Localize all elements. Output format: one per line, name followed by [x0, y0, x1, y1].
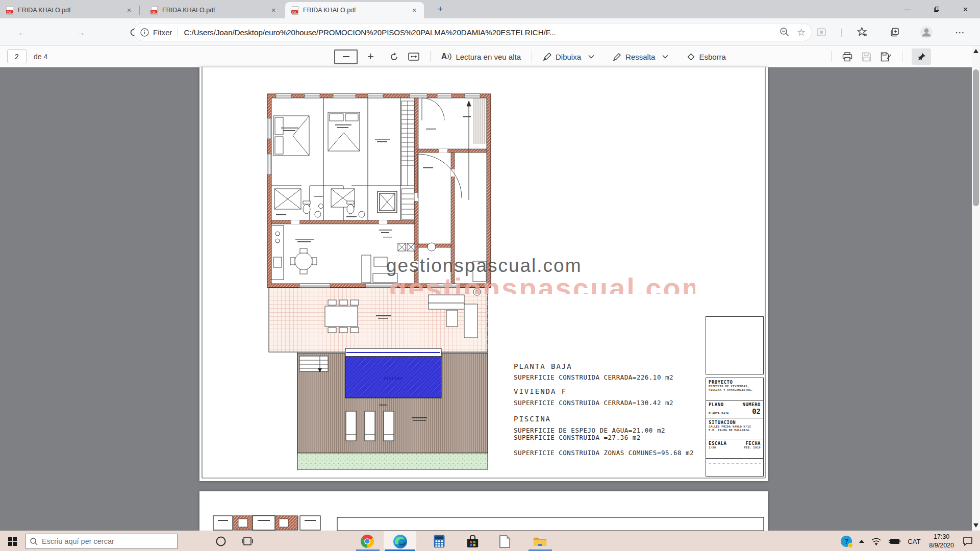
next-page-wall-segments [213, 516, 764, 531]
situacion-value: T.M. PALMA DE MALLORCA. [709, 429, 761, 432]
minus-icon [343, 56, 349, 57]
plano-value: PLANTA BAJA [709, 412, 729, 415]
tray-help-button[interactable]: ? [837, 531, 856, 551]
microsoft-store-icon [466, 535, 479, 548]
tray-battery-button[interactable] [885, 531, 904, 551]
printer-icon [842, 52, 852, 62]
title-block-logo-box [706, 316, 764, 374]
grass-strip [297, 453, 488, 469]
favorite-star-icon[interactable]: ☆ [797, 27, 806, 38]
restore-icon [934, 7, 939, 12]
numero-label: NUMERO [742, 402, 761, 407]
taskbar-calculator-button[interactable] [424, 531, 454, 551]
proyecto-value: PISCINA Y APARCAMIENTOS. [709, 388, 761, 392]
wifi-icon [871, 538, 881, 545]
taskbar-search[interactable] [26, 534, 178, 549]
erase-button[interactable]: Esborra [682, 49, 731, 64]
page-number-input[interactable] [7, 49, 27, 63]
tab-2[interactable]: PDF FRIDA KHALO.pdf ✕ [144, 2, 283, 18]
new-tab-button[interactable]: + [434, 4, 447, 15]
minimize-button[interactable]: — [893, 0, 922, 18]
taskbar-chrome-button[interactable] [352, 531, 383, 551]
url-bar[interactable]: Fitxer C:/Users/Joan/Desktop/euro%20hous… [134, 23, 812, 41]
back-icon[interactable]: ← [14, 24, 31, 40]
print-button[interactable] [838, 49, 857, 64]
save-icon [862, 52, 871, 62]
vertical-scrollbar[interactable] [972, 46, 980, 531]
scroll-up-icon[interactable] [973, 49, 978, 53]
pool-label: PISCINA [384, 377, 403, 381]
annotation-line: SUPERFICIE CONSTRUIDA =27.36 m2 [514, 434, 641, 441]
chevron-down-icon[interactable] [588, 55, 594, 59]
pdf-viewport[interactable]: PISCINA g [0, 67, 972, 531]
pdf-toolbar: de 4 + A Lectura en veu alta Dibuixa [0, 46, 972, 67]
pin-toolbar-button[interactable] [912, 48, 931, 65]
pen-icon [543, 52, 552, 61]
plano-label: PLANO [709, 402, 724, 407]
zoom-in-button[interactable]: + [363, 49, 379, 64]
save-as-button[interactable] [876, 49, 896, 64]
settings-menu-icon[interactable]: ⋯ [953, 25, 967, 39]
task-view-button[interactable] [236, 531, 259, 551]
task-view-icon [242, 536, 253, 547]
forward-icon[interactable]: → [72, 24, 89, 40]
title-block-footer-dashes [709, 460, 761, 465]
language-indicator[interactable]: CAT [904, 531, 924, 551]
sidebar-icon[interactable] [814, 25, 828, 39]
taskbar-store-button[interactable] [458, 531, 487, 551]
system-tray: ? CAT 17:30 8/9/2020 [837, 531, 980, 551]
rotate-button[interactable] [385, 49, 404, 64]
search-input[interactable] [42, 537, 164, 545]
erase-label: Esborra [699, 53, 726, 61]
annotation-piscina-title: PISCINA [514, 415, 551, 423]
proyecto-label: PROYECTO [709, 380, 761, 385]
taskbar-file-explorer-button[interactable] [524, 531, 556, 551]
tab-close-icon[interactable]: ✕ [124, 6, 134, 15]
annotation-line: SUPERFICIE CONSTRUIDA CERRADA=130.42 m2 [514, 399, 673, 407]
fecha-value: FEB. 2019 [744, 446, 761, 449]
screen: PDF FRIDA KHALO.pdf ✕ PDF FRIDA KHALO.pd… [0, 0, 980, 551]
title-block: PROYECTO EDIFICIO DE VIVIENDAS, PISCINA … [706, 315, 766, 478]
draw-button[interactable]: Dibuixa [538, 49, 599, 64]
tab-1[interactable]: PDF FRIDA KHALO.pdf ✕ [0, 2, 139, 18]
next-page-plan-svg [199, 491, 768, 531]
tab-3-active[interactable]: PDF FRIDA KHALO.pdf ✕ [285, 2, 424, 18]
favorites-bar-icon[interactable] [855, 25, 869, 39]
tab-title: FRIDA KHALO.pdf [162, 7, 269, 14]
save-button[interactable] [857, 49, 876, 64]
read-aloud-button[interactable]: A Lectura en veu alta [437, 49, 525, 64]
start-button[interactable] [0, 531, 24, 551]
taskbar-clock[interactable]: 17:30 8/9/2020 [924, 533, 959, 550]
tab-close-icon[interactable]: ✕ [269, 6, 278, 15]
info-icon[interactable] [140, 28, 149, 37]
highlighter-icon [613, 52, 622, 61]
taskbar-edge-button[interactable] [384, 531, 416, 551]
tab-close-icon[interactable]: ✕ [410, 6, 419, 15]
action-center-button[interactable] [959, 531, 980, 551]
eraser-icon [687, 53, 695, 61]
taskbar-libreoffice-button[interactable] [490, 531, 519, 551]
tray-wifi-button[interactable] [868, 531, 885, 551]
clock-date: 8/9/2020 [929, 541, 954, 550]
read-aloud-label: Lectura en veu alta [456, 53, 521, 61]
scroll-down-icon[interactable] [973, 523, 978, 528]
pdf-page-2: PISCINA g [199, 67, 768, 481]
title-block-table: PROYECTO EDIFICIO DE VIVIENDAS, PISCINA … [706, 378, 764, 477]
profile-avatar[interactable] [919, 25, 934, 39]
chevron-down-icon[interactable] [662, 55, 668, 59]
taskbar: ? CAT 17:30 8/9/2020 [0, 531, 980, 551]
tray-expand-button[interactable] [856, 531, 868, 551]
highlight-button[interactable]: Ressalta [608, 49, 673, 64]
fit-page-button[interactable] [404, 49, 424, 64]
url-text[interactable]: C:/Users/Joan/Desktop/euro%20house/PROMO… [184, 28, 772, 37]
elevator [378, 191, 397, 213]
zoom-out-icon[interactable] [780, 27, 790, 37]
cortana-icon [215, 536, 227, 547]
close-button[interactable]: ✕ [951, 0, 980, 18]
zoom-out-button[interactable] [334, 49, 358, 64]
scrollbar-thumb[interactable] [973, 69, 979, 206]
collections-icon[interactable] [888, 25, 902, 39]
restore-button[interactable] [922, 0, 951, 18]
cortana-button[interactable] [209, 531, 233, 551]
annotation-line: SUPERFICIE CONSTRUIDA CERRADA=226.10 m2 [514, 373, 673, 381]
